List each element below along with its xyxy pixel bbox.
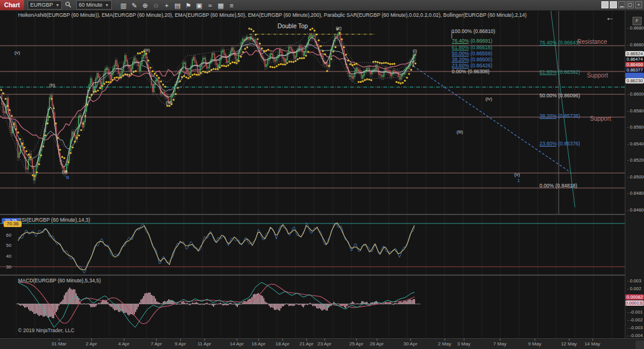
price-marker: 0.00082	[625, 294, 644, 300]
price-marker: 0.86524	[625, 51, 644, 56]
drawing-tools-icon[interactable]: ✎	[130, 1, 139, 10]
price-axis-tick: 0.85200	[627, 157, 644, 163]
date-axis-label: 18 Apr	[275, 341, 289, 347]
date-tick-mark	[306, 339, 307, 341]
price-marker: 0.000132	[625, 300, 644, 306]
price-axis-tick: 0.86600	[627, 42, 644, 47]
macd-axis-tick: -0.004	[627, 333, 643, 338]
toolbar-icons: ▥✎⊕⊖+▤⚑▣≈▦≡	[118, 1, 237, 10]
macd-axis-tick: 0.002	[627, 286, 641, 291]
date-tick-mark	[156, 339, 157, 341]
price-marker: 0.86466	[625, 62, 644, 67]
date-axis-label: 31 Mar	[52, 341, 67, 347]
price-marker: 0.86377	[625, 67, 644, 73]
properties-icon[interactable]: ≡	[227, 1, 237, 10]
date-tick-mark	[282, 339, 283, 341]
interval-select[interactable]: 60 Minute ▼	[76, 1, 111, 10]
date-tick-mark	[592, 339, 593, 341]
date-axis-label: 4 Apr	[118, 341, 130, 347]
date-tick-mark	[324, 339, 325, 341]
price-axis-tick: 0.85800	[627, 108, 644, 114]
date-tick-mark	[180, 339, 181, 341]
report-icon[interactable]: ▦	[216, 1, 226, 10]
date-axis-label: 30 Apr	[403, 341, 417, 347]
date-axis-label: 26 Apr	[369, 341, 383, 347]
price-marker	[625, 73, 644, 78]
date-axis-label: 23 Apr	[317, 341, 331, 347]
snapshot-icon[interactable]: ▣	[195, 1, 204, 10]
zoom-out-icon[interactable]: ⊖	[151, 1, 161, 10]
window-controls: ▁▢×	[601, 1, 642, 8]
date-axis-label: 16 Apr	[251, 341, 265, 347]
date-axis-label: 25 Apr	[349, 341, 363, 347]
restore-button[interactable]: ▢	[627, 1, 634, 8]
chart-window: Chart EURGBP ▼ 60 Minute ▼ ▥✎⊕⊖+▤⚑▣≈▦≡ ▁…	[0, 0, 644, 349]
price-axis-tick: 0.85000	[627, 174, 644, 180]
date-tick-mark	[258, 339, 259, 341]
date-tick-mark	[91, 339, 92, 341]
chevron-down-icon: ▼	[105, 1, 109, 9]
price-axis-tick: 0.84800	[627, 190, 644, 196]
date-tick-mark	[124, 339, 124, 341]
date-tick-mark	[535, 339, 535, 341]
trend-channel-icon[interactable]: ≈	[205, 1, 215, 10]
price-axis-tick: 0.84600	[627, 207, 644, 213]
toolbar: Chart EURGBP ▼ 60 Minute ▼ ▥✎⊕⊖+▤⚑▣≈▦≡	[0, 0, 644, 11]
date-tick-mark	[410, 339, 411, 341]
date-axis-label: 9 Apr	[175, 341, 186, 347]
search-icon[interactable]	[63, 1, 73, 10]
price-axis-tick: 0.86000	[627, 91, 644, 97]
date-axis-label: 3 May	[457, 341, 470, 347]
date-axis-label: 14 Apr	[229, 341, 243, 347]
date-axis-label: 2 May	[438, 341, 451, 347]
price-axis-tick: 0.85600	[627, 124, 644, 130]
tile-window-button[interactable]	[601, 1, 609, 8]
interval-value: 60 Minute	[79, 1, 103, 9]
macd-axis-tick: 0.003	[627, 278, 641, 284]
date-tick-mark	[500, 339, 500, 341]
date-axis-label: 7 Apr	[151, 341, 162, 347]
date-tick-mark	[204, 339, 205, 341]
cascade-window-button[interactable]	[610, 1, 617, 8]
date-tick-mark	[464, 339, 464, 341]
date-tick-mark	[377, 339, 377, 341]
minimize-button[interactable]: ▁	[618, 1, 625, 8]
date-axis-label: 9 May	[528, 341, 541, 347]
date-axis-label: 11 Apr	[198, 341, 211, 347]
date-tick-mark	[445, 339, 445, 341]
zoom-in-icon[interactable]: ⊕	[141, 1, 150, 10]
chevron-down-icon: ▼	[55, 1, 59, 9]
data-box-icon[interactable]: ▤	[173, 1, 183, 10]
resize-grip[interactable]	[636, 341, 644, 349]
price-marker: 0.86474	[625, 56, 644, 62]
date-axis-label: 2 Apr	[86, 341, 97, 347]
price-marker: 0.86230	[625, 78, 644, 83]
date-tick-mark	[569, 339, 570, 341]
date-axis-label: 12 May	[561, 341, 577, 347]
date-tick-mark	[356, 339, 357, 341]
crosshair-icon[interactable]: +	[162, 1, 172, 10]
f-badge[interactable]: F	[633, 17, 642, 25]
price-axis[interactable]: 0.868000.866000.860000.858000.856000.854…	[625, 11, 644, 338]
symbol-value: EURGBP	[30, 1, 53, 9]
symbol-select[interactable]: EURGBP ▼	[28, 1, 62, 10]
back-arrow-icon[interactable]: ←	[606, 12, 615, 22]
price-axis-tick: 0.86800	[627, 25, 644, 31]
date-axis-label: 21 Apr	[299, 341, 313, 347]
price-axis-tick: 0.85400	[627, 141, 644, 147]
chart-canvas[interactable]	[0, 11, 625, 338]
macd-axis-tick: -0.001	[627, 309, 643, 315]
date-tick-mark	[237, 339, 237, 341]
date-axis-label: 7 May	[493, 341, 506, 347]
alerts-icon[interactable]: ⚑	[184, 1, 193, 10]
macd-axis-tick: -0.003	[627, 325, 643, 330]
close-button[interactable]: ×	[635, 1, 642, 8]
date-axis[interactable]: 31 Mar2 Apr4 Apr7 Apr9 Apr11 Apr14 Apr16…	[0, 338, 644, 349]
macd-axis-tick: -0.002	[627, 317, 643, 323]
date-axis-label: 14 May	[585, 341, 600, 347]
chart-tab[interactable]: Chart	[0, 0, 24, 10]
date-tick-mark	[59, 339, 59, 341]
chart-style-icon[interactable]: ▥	[119, 1, 129, 10]
